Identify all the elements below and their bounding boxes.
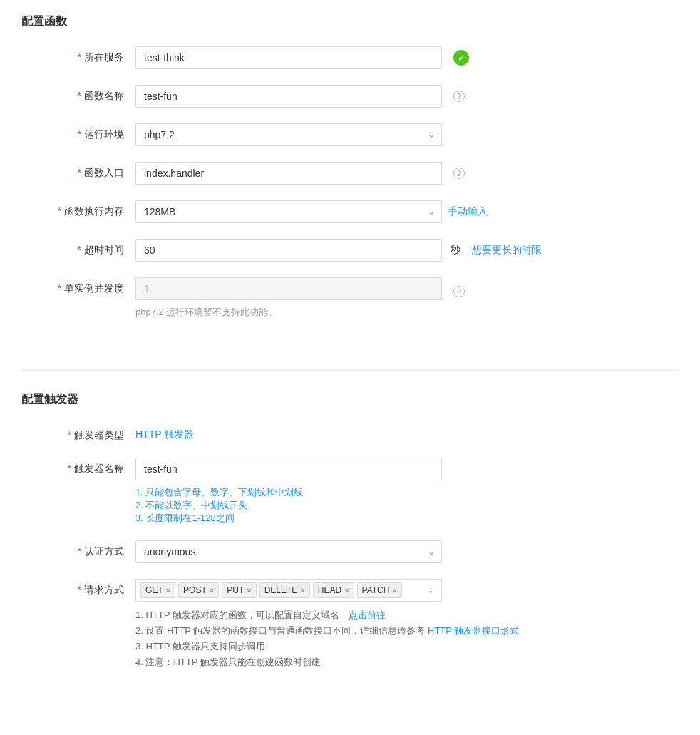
configure-trigger-section: 配置触发器 *触发器类型 HTTP 触发器 *触发器名称 1. 只能包含字母、数… bbox=[21, 392, 679, 709]
service-row: *所在服务 ✓ bbox=[21, 46, 679, 69]
entry-label: *函数入口 bbox=[21, 162, 135, 180]
trigger-hint-3: 3. 长度限制在1-128之间 bbox=[135, 512, 442, 525]
info-link-1[interactable]: 点击前往 bbox=[349, 610, 386, 620]
section2-title: 配置触发器 bbox=[21, 392, 679, 407]
trigger-name-input[interactable] bbox=[135, 458, 442, 480]
auth-select[interactable]: anonymous function jwt bbox=[135, 540, 442, 563]
info-item-4: 4. 注意：HTTP 触发器只能在创建函数时创建 bbox=[135, 656, 549, 669]
concurrency-note: php7.2 运行环境暂不支持此功能。 bbox=[135, 306, 442, 319]
concurrency-help-icon[interactable]: ? bbox=[453, 286, 465, 297]
concurrency-row: *单实例并发度 ? php7.2 运行环境暂不支持此功能。 bbox=[21, 277, 679, 319]
auth-content: anonymous function jwt ⌄ bbox=[135, 540, 679, 563]
tag-head: HEAD × bbox=[313, 582, 354, 598]
tag-get: GET × bbox=[140, 582, 175, 598]
section-divider bbox=[21, 370, 679, 371]
tag-head-close[interactable]: × bbox=[344, 586, 349, 595]
trigger-name-label: *触发器名称 bbox=[21, 458, 135, 476]
trigger-name-row: *触发器名称 1. 只能包含字母、数字、下划线和中划线 2. 不能以数字、中划线… bbox=[21, 458, 679, 525]
runtime-row: *运行环境 php7.2 php7.4 nodejs12.16 python3.… bbox=[21, 123, 679, 146]
function-name-input[interactable] bbox=[135, 85, 442, 108]
runtime-select-wrapper: php7.2 php7.4 nodejs12.16 python3.6 ⌄ bbox=[135, 123, 442, 146]
tag-patch-close[interactable]: × bbox=[392, 586, 396, 595]
service-content: ✓ bbox=[135, 46, 679, 69]
timeout-content: 秒 想要更长的时限 bbox=[135, 239, 679, 262]
runtime-content: php7.2 php7.4 nodejs12.16 python3.6 ⌄ bbox=[135, 123, 679, 146]
trigger-type-row: *触发器类型 HTTP 触发器 bbox=[21, 424, 679, 442]
memory-content: 64MB 128MB 256MB 512MB 1024MB ⌄ 手动输入 bbox=[135, 200, 679, 223]
tag-patch: PATCH × bbox=[357, 582, 402, 598]
request-method-chevron-icon: ⌄ bbox=[427, 585, 434, 595]
timeout-label: *超时时间 bbox=[21, 239, 135, 257]
trigger-name-hints: 1. 只能包含字母、数字、下划线和中划线 2. 不能以数字、中划线开头 3. 长… bbox=[135, 486, 442, 525]
service-input[interactable] bbox=[135, 46, 442, 69]
auth-label: *认证方式 bbox=[21, 540, 135, 558]
tag-delete-close[interactable]: × bbox=[300, 586, 304, 595]
trigger-type-content: HTTP 触发器 bbox=[135, 424, 679, 441]
entry-input[interactable] bbox=[135, 162, 442, 185]
tag-put: PUT × bbox=[222, 582, 256, 598]
timeout-input[interactable] bbox=[135, 239, 442, 262]
request-method-tags[interactable]: GET × POST × PUT × DELETE × HEAD × bbox=[135, 579, 442, 602]
info-item-2: 2. 设置 HTTP 触发器的函数接口与普通函数接口不同，详细信息请参考 HTT… bbox=[135, 625, 549, 637]
tag-get-close[interactable]: × bbox=[166, 586, 170, 595]
tag-post-close[interactable]: × bbox=[210, 586, 214, 595]
memory-label: *函数执行内存 bbox=[21, 200, 135, 218]
timeout-suffix: 秒 bbox=[451, 239, 460, 257]
request-info-list: 1. HTTP 触发器对应的函数，可以配置自定义域名，点击前往 2. 设置 HT… bbox=[135, 609, 549, 672]
entry-row: *函数入口 ? bbox=[21, 162, 679, 185]
entry-help-icon[interactable]: ? bbox=[453, 168, 465, 179]
function-name-row: *函数名称 ? bbox=[21, 85, 679, 108]
request-method-row: *请求方式 GET × POST × PUT × DELETE × bbox=[21, 579, 679, 672]
function-name-help-icon[interactable]: ? bbox=[453, 91, 465, 102]
info-item-3: 3. HTTP 触发器只支持同步调用 bbox=[135, 640, 549, 653]
info-item-1: 1. HTTP 触发器对应的函数，可以配置自定义域名，点击前往 bbox=[135, 609, 549, 622]
trigger-type-value: HTTP 触发器 bbox=[135, 424, 194, 441]
section1-title: 配置函数 bbox=[21, 14, 679, 29]
service-label: *所在服务 bbox=[21, 46, 135, 64]
timeout-row: *超时时间 秒 想要更长的时限 bbox=[21, 239, 679, 262]
entry-content: ? bbox=[135, 162, 679, 185]
trigger-hint-2: 2. 不能以数字、中划线开头 bbox=[135, 499, 442, 512]
trigger-hint-1: 1. 只能包含字母、数字、下划线和中划线 bbox=[135, 486, 442, 499]
function-name-content: ? bbox=[135, 85, 679, 108]
runtime-label: *运行环境 bbox=[21, 123, 135, 141]
service-check-icon: ✓ bbox=[453, 50, 469, 66]
concurrency-content: ? php7.2 运行环境暂不支持此功能。 bbox=[135, 277, 679, 319]
request-method-label: *请求方式 bbox=[21, 579, 135, 597]
request-method-content: GET × POST × PUT × DELETE × HEAD × bbox=[135, 579, 679, 672]
concurrency-input bbox=[135, 277, 442, 300]
function-name-label: *函数名称 bbox=[21, 85, 135, 103]
trigger-name-content: 1. 只能包含字母、数字、下划线和中划线 2. 不能以数字、中划线开头 3. 长… bbox=[135, 458, 679, 525]
info-link-2[interactable]: HTTP 触发器接口形式 bbox=[428, 625, 519, 636]
auth-row: *认证方式 anonymous function jwt ⌄ bbox=[21, 540, 679, 563]
tag-put-close[interactable]: × bbox=[247, 586, 251, 595]
concurrency-label: *单实例并发度 bbox=[21, 277, 135, 295]
tag-post: POST × bbox=[178, 582, 219, 598]
memory-select[interactable]: 64MB 128MB 256MB 512MB 1024MB bbox=[135, 200, 442, 223]
configure-function-section: 配置函数 *所在服务 ✓ *函数名称 ? *运行环境 php7.2 php7 bbox=[21, 14, 679, 356]
timeout-link[interactable]: 想要更长的时限 bbox=[472, 239, 542, 257]
trigger-type-label: *触发器类型 bbox=[21, 424, 135, 442]
tag-delete: DELETE × bbox=[259, 582, 310, 598]
auth-select-wrapper: anonymous function jwt ⌄ bbox=[135, 540, 442, 563]
runtime-select[interactable]: php7.2 php7.4 nodejs12.16 python3.6 bbox=[135, 123, 442, 146]
memory-row: *函数执行内存 64MB 128MB 256MB 512MB 1024MB ⌄ … bbox=[21, 200, 679, 223]
manual-input-link[interactable]: 手动输入 bbox=[448, 200, 488, 218]
memory-select-wrapper: 64MB 128MB 256MB 512MB 1024MB ⌄ bbox=[135, 200, 442, 223]
